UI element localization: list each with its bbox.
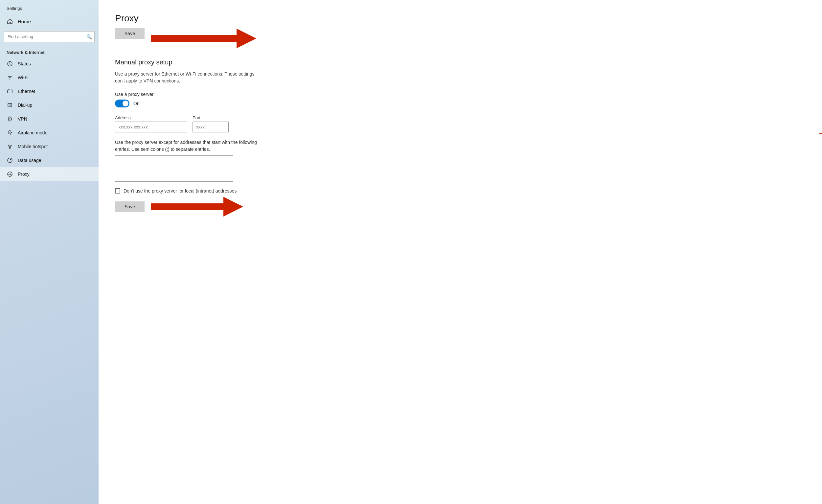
svg-marker-8 bbox=[151, 197, 243, 216]
manual-section-title: Manual proxy setup bbox=[115, 58, 806, 66]
toggle-row: On bbox=[115, 99, 806, 107]
port-input[interactable] bbox=[192, 121, 229, 132]
main-content: Proxy Save Manual proxy setup Use a prox… bbox=[98, 0, 822, 504]
section-label: Network & Internet bbox=[0, 47, 98, 57]
sidebar-item-label: Wi-Fi bbox=[18, 75, 29, 80]
search-input[interactable] bbox=[4, 31, 95, 42]
sidebar-item-airplane[interactable]: Airplane mode bbox=[0, 126, 98, 140]
exceptions-textarea[interactable] bbox=[115, 155, 233, 182]
sidebar-item-home[interactable]: Home bbox=[0, 14, 98, 29]
address-group: Address bbox=[115, 115, 187, 132]
home-label: Home bbox=[18, 19, 31, 24]
address-port-row: Address Port bbox=[115, 115, 806, 132]
save-top-button[interactable]: Save bbox=[115, 28, 144, 39]
sidebar-item-hotspot[interactable]: Mobile hotspot bbox=[0, 140, 98, 153]
svg-point-3 bbox=[9, 147, 11, 148]
port-label: Port bbox=[192, 115, 229, 120]
sidebar-item-status[interactable]: Status bbox=[0, 57, 98, 71]
hotspot-icon bbox=[7, 143, 13, 150]
sidebar: Settings Home 🔍 Network & Internet Statu… bbox=[0, 0, 98, 504]
sidebar-item-wifi[interactable]: Wi-Fi bbox=[0, 71, 98, 84]
svg-point-5 bbox=[8, 172, 12, 176]
proxy-icon bbox=[7, 171, 13, 177]
toggle-section-label: Use a proxy server bbox=[115, 92, 806, 97]
sidebar-item-label: Mobile hotspot bbox=[18, 144, 48, 149]
page-title: Proxy bbox=[115, 13, 806, 24]
airplane-icon bbox=[7, 129, 13, 136]
toggle-state: On bbox=[133, 101, 140, 106]
ethernet-icon bbox=[7, 88, 13, 95]
manual-description: Use a proxy server for Ethernet or Wi-Fi… bbox=[115, 71, 312, 84]
home-icon bbox=[7, 18, 13, 25]
vpn-icon bbox=[7, 116, 13, 122]
sidebar-item-datausage[interactable]: Data usage bbox=[0, 153, 98, 167]
save-bottom-button[interactable]: Save bbox=[115, 201, 144, 212]
search-box: 🔍 bbox=[4, 31, 95, 42]
proxy-toggle[interactable] bbox=[115, 99, 129, 107]
search-icon: 🔍 bbox=[86, 34, 92, 39]
checkbox-label: Don't use the proxy server for local (in… bbox=[123, 188, 237, 193]
sidebar-item-label: VPN bbox=[18, 116, 27, 121]
sidebar-item-dialup[interactable]: Dial-up bbox=[0, 98, 98, 112]
app-title: Settings bbox=[0, 0, 98, 14]
port-group: Port bbox=[192, 115, 229, 132]
svg-marker-7 bbox=[819, 123, 822, 143]
local-addresses-checkbox[interactable] bbox=[115, 188, 120, 193]
svg-rect-1 bbox=[8, 90, 12, 93]
status-icon bbox=[7, 60, 13, 67]
address-label: Address bbox=[115, 115, 187, 120]
address-input[interactable] bbox=[115, 121, 187, 132]
exceptions-label: Use the proxy server except for addresse… bbox=[115, 139, 306, 153]
red-arrow-fields bbox=[819, 122, 822, 145]
red-arrow-top bbox=[151, 27, 256, 50]
sidebar-item-proxy[interactable]: Proxy bbox=[0, 167, 98, 181]
red-arrow-bottom bbox=[151, 195, 243, 218]
wifi-icon bbox=[7, 74, 13, 81]
checkbox-row: Don't use the proxy server for local (in… bbox=[115, 188, 806, 193]
datausage-icon bbox=[7, 157, 13, 164]
sidebar-item-label: Data usage bbox=[18, 158, 41, 163]
sidebar-item-label: Dial-up bbox=[18, 102, 32, 108]
sidebar-item-label: Proxy bbox=[18, 171, 30, 177]
svg-rect-2 bbox=[8, 103, 12, 107]
sidebar-item-vpn[interactable]: VPN bbox=[0, 112, 98, 126]
sidebar-item-ethernet[interactable]: Ethernet bbox=[0, 84, 98, 98]
sidebar-item-label: Airplane mode bbox=[18, 130, 47, 135]
sidebar-item-label: Ethernet bbox=[18, 89, 35, 94]
sidebar-item-label: Status bbox=[18, 61, 31, 66]
dialup-icon bbox=[7, 102, 13, 108]
svg-marker-6 bbox=[151, 29, 256, 48]
